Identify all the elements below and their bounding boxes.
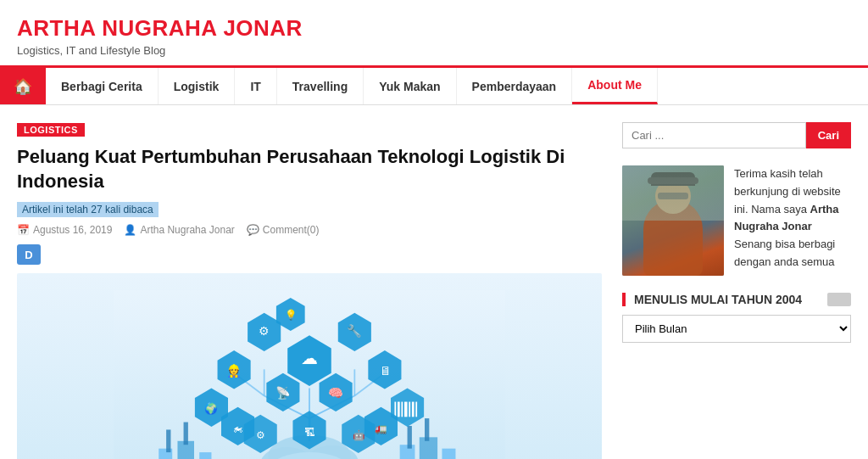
svg-rect-3: [199, 452, 211, 459]
svg-text:☁: ☁: [301, 349, 318, 367]
article-author: 👤 Artha Nugraha Jonar: [124, 224, 234, 236]
content-wrapper: LOGISTICS Peluang Kuat Pertumbuhan Perus…: [0, 105, 868, 459]
search-box: Cari: [622, 122, 851, 148]
search-button[interactable]: Cari: [806, 122, 851, 148]
nav-item-yuk-makan[interactable]: Yuk Makan: [364, 68, 456, 104]
svg-text:⚙: ⚙: [256, 430, 265, 440]
svg-text:🤖: 🤖: [353, 429, 365, 441]
nav-home-button[interactable]: 🏠: [0, 68, 46, 104]
main-content: LOGISTICS Peluang Kuat Pertumbuhan Perus…: [17, 122, 602, 459]
svg-rect-6: [442, 449, 455, 459]
nav-item-pemberdayaan[interactable]: Pemberdayaan: [457, 68, 573, 104]
svg-text:🏗: 🏗: [304, 427, 314, 439]
about-photo: [622, 165, 724, 276]
nav-item-travelling[interactable]: Travelling: [277, 68, 364, 104]
nav-item-about-me[interactable]: About Me: [572, 68, 658, 104]
site-title: ARTHA NUGRAHA JONAR: [17, 15, 851, 42]
article-date: 📅 Agustus 16, 2019: [17, 224, 112, 236]
svg-text:💡: 💡: [285, 309, 298, 321]
svg-rect-44: [409, 402, 410, 417]
archive-section: MENULIS MULAI TAHUN 2004 Pilih Bulan Jan…: [622, 293, 851, 343]
article-image: ☁ ⚙ 💡 🔧 👷 🌍 🏍 🖥: [17, 273, 602, 459]
translate-button[interactable]: D: [17, 244, 41, 265]
svg-rect-9: [408, 426, 412, 449]
svg-text:🔧: 🔧: [347, 324, 362, 339]
svg-text:👷: 👷: [226, 363, 242, 378]
svg-rect-46: [415, 402, 417, 417]
article-read-count: Artikel ini telah 27 kali dibaca: [17, 202, 159, 217]
article-title: Peluang Kuat Pertumbuhan Perusahaan Tekn…: [17, 145, 602, 193]
svg-text:⚙: ⚙: [259, 325, 270, 339]
user-icon: 👤: [124, 224, 136, 236]
svg-text:🧠: 🧠: [328, 385, 343, 400]
svg-text:📡: 📡: [275, 385, 291, 400]
svg-text:🌍: 🌍: [204, 402, 218, 416]
calendar-icon: 📅: [17, 224, 30, 236]
about-section: Terima kasih telah berkunjung di website…: [622, 165, 851, 276]
nav-item-berbagi-cerita[interactable]: Berbagi Cerita: [46, 68, 159, 104]
sidebar-section-title: MENULIS MULAI TAHUN 2004: [622, 293, 851, 306]
svg-rect-43: [404, 402, 408, 417]
site-tagline: Logistics, IT and Lifestyle Blog: [17, 44, 851, 57]
search-input[interactable]: [622, 122, 806, 148]
about-text: Terima kasih telah berkunjung di website…: [734, 165, 851, 271]
svg-text:🚛: 🚛: [375, 423, 387, 434]
svg-text:🏍: 🏍: [233, 423, 243, 434]
svg-rect-40: [394, 402, 396, 417]
home-icon: 🏠: [14, 77, 32, 96]
article-tag: LOGISTICS: [17, 123, 85, 137]
article-comments: 💬 Comment(0): [247, 224, 320, 236]
comment-icon: 💬: [247, 224, 259, 236]
hex-illustration: ☁ ⚙ 💡 🔧 👷 🌍 🏍 🖥: [106, 290, 513, 459]
nav-item-logistik[interactable]: Logistik: [159, 68, 236, 104]
svg-rect-10: [425, 418, 429, 441]
svg-text:🖥: 🖥: [379, 364, 391, 378]
svg-rect-41: [398, 402, 400, 417]
translate-icon: D: [25, 249, 32, 261]
sidebar: Cari Terima kasih: [622, 122, 851, 459]
article-meta: 📅 Agustus 16, 2019 👤 Artha Nugraha Jonar…: [17, 224, 602, 236]
nav-item-it[interactable]: IT: [235, 68, 276, 104]
site-header: ARTHA NUGRAHA JONAR Logistics, IT and Li…: [0, 0, 868, 65]
archive-dropdown[interactable]: Pilih Bulan Januari Februari Maret: [622, 315, 851, 343]
section-badge: [827, 293, 851, 306]
main-nav: 🏠 Berbagi Cerita Logistik IT Travelling …: [0, 65, 868, 105]
svg-rect-42: [401, 402, 403, 417]
svg-rect-8: [184, 423, 188, 445]
svg-rect-45: [412, 402, 415, 417]
svg-rect-7: [166, 430, 170, 453]
